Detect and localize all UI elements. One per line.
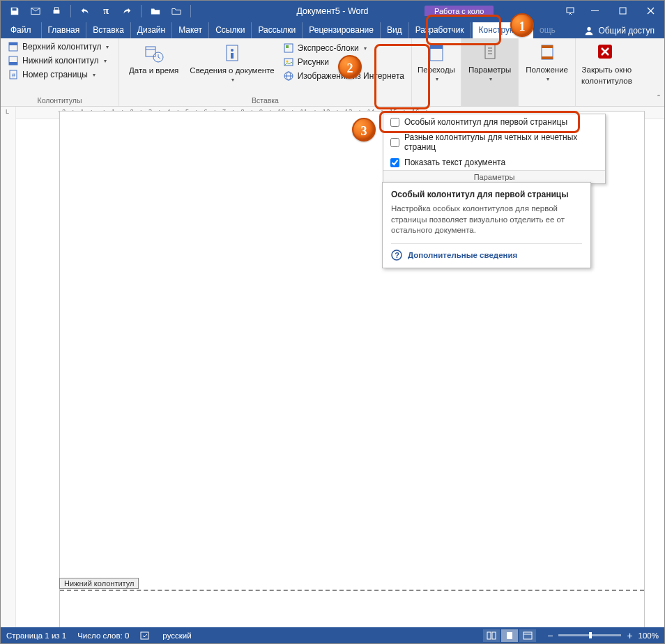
zoom-controls: − + 100%: [547, 630, 659, 641]
undo-icon[interactable]: [75, 3, 95, 20]
tooltip-more-link[interactable]: ? Дополнительные сведения: [391, 243, 582, 261]
pictures-icon: [283, 56, 294, 68]
checkbox-first-page[interactable]: [390, 118, 399, 127]
pagenum-icon: #: [8, 69, 19, 80]
tab-references[interactable]: Ссылки: [209, 22, 252, 38]
svg-rect-30: [542, 45, 553, 48]
checkbox-odd-even[interactable]: [390, 138, 399, 147]
redo-icon[interactable]: [117, 3, 137, 20]
parameters-button[interactable]: Параметры ▾: [461, 38, 518, 82]
view-read-icon[interactable]: [483, 629, 500, 642]
dropdown-icon: ▾: [93, 72, 95, 78]
zoom-out-button[interactable]: −: [547, 630, 553, 641]
svg-rect-1: [54, 10, 60, 13]
status-language[interactable]: русский: [162, 631, 191, 640]
share-button[interactable]: Общий доступ: [574, 23, 664, 38]
quickprint-icon[interactable]: [47, 3, 66, 20]
open-icon-1[interactable]: [146, 3, 165, 20]
view-print-icon[interactable]: [501, 629, 518, 642]
tab-view[interactable]: Вид: [381, 22, 409, 38]
close-hf-label2: колонтитулов: [581, 77, 632, 86]
footer-region[interactable]: Нижний колонтитул: [60, 590, 644, 591]
tooltip-more-label: Дополнительные сведения: [408, 251, 517, 259]
opt-odd-even[interactable]: Разные колонтитулы для четных и нечетных…: [383, 130, 605, 155]
tab-developer[interactable]: Разработчик: [409, 22, 471, 38]
close-icon[interactable]: [636, 1, 664, 21]
quickparts-button[interactable]: Экспресс-блоки▾: [280, 42, 407, 54]
dropdown-icon: ▾: [106, 44, 109, 50]
position-icon: [537, 43, 558, 63]
pi-icon[interactable]: π: [96, 3, 116, 20]
group-label: Вставка: [123, 95, 407, 106]
docinfo-icon: [222, 43, 243, 64]
zoom-in-button[interactable]: +: [627, 630, 632, 641]
dropdown-icon: ▾: [104, 58, 107, 64]
header-label: Верхний колонтитул: [22, 42, 101, 52]
tab-design[interactable]: Дизайн: [131, 22, 172, 38]
opt-show-doc-label: Показать текст документа: [404, 158, 505, 167]
svg-rect-5: [620, 8, 626, 14]
goto-label: Переходы: [418, 66, 455, 75]
ribbon: Верхний колонтитул▾ Нижний колонтитул▾ #…: [1, 38, 664, 107]
callout-3: 3: [352, 118, 376, 141]
zoom-slider[interactable]: [558, 634, 621, 636]
svg-rect-38: [507, 632, 512, 639]
datetime-button[interactable]: Дата и время: [123, 40, 184, 83]
status-spelling-icon[interactable]: [140, 631, 151, 641]
goto-icon: [426, 43, 447, 63]
svg-text:?: ?: [395, 251, 399, 259]
tab-file[interactable]: Файл: [1, 22, 42, 38]
tab-help-partial: ощь: [533, 22, 562, 38]
status-page[interactable]: Страница 1 из 1: [6, 631, 66, 640]
view-buttons: [483, 629, 536, 642]
dropdown-icon: ▾: [436, 77, 438, 83]
quickparts-icon: [283, 43, 294, 54]
svg-rect-10: [9, 62, 17, 65]
tab-review[interactable]: Рецензирование: [303, 22, 381, 38]
page-number-button[interactable]: #Номер страницы▾: [5, 68, 114, 81]
svg-rect-35: [141, 632, 148, 639]
footer-button[interactable]: Нижний колонтитул▾: [5, 54, 114, 67]
svg-rect-8: [9, 43, 17, 45]
ribbon-options-icon[interactable]: [560, 1, 581, 21]
open-icon-2[interactable]: [167, 3, 186, 20]
goto-button[interactable]: Переходы ▾: [412, 38, 461, 82]
group-close: Закрыть окно колонтитулов: [576, 38, 638, 106]
svg-rect-2: [54, 7, 58, 10]
callout-2: 2: [338, 55, 362, 79]
share-label: Общий доступ: [598, 26, 655, 36]
email-icon[interactable]: [26, 3, 45, 20]
contextual-tab-label: Работа с коло: [425, 1, 494, 21]
opt-first-page[interactable]: Особый колонтитул для первой страницы: [383, 114, 605, 130]
svg-rect-18: [231, 53, 234, 59]
svg-point-6: [588, 27, 591, 31]
group-position: Положение ▾: [519, 38, 576, 106]
checkbox-show-doc[interactable]: [390, 158, 399, 167]
zoom-thumb[interactable]: [589, 632, 592, 638]
save-icon[interactable]: [5, 3, 24, 20]
view-web-icon[interactable]: [519, 629, 536, 642]
tab-insert[interactable]: Вставка: [86, 22, 131, 38]
docinfo-button[interactable]: Сведения о документе▾: [184, 40, 280, 83]
position-button[interactable]: Положение ▾: [519, 38, 575, 82]
group-headers-footers: Верхний колонтитул▾ Нижний колонтитул▾ #…: [1, 38, 119, 106]
svg-text:#: #: [12, 72, 15, 79]
header-button[interactable]: Верхний колонтитул▾: [5, 40, 114, 53]
group-label: Колонтитулы: [5, 95, 114, 106]
svg-rect-27: [430, 45, 443, 49]
parameters-dropdown: Особый колонтитул для первой страницы Ра…: [383, 114, 606, 184]
svg-rect-4: [591, 10, 599, 11]
maximize-icon[interactable]: [609, 1, 636, 21]
datetime-icon: [144, 43, 165, 64]
tab-mailings[interactable]: Рассылки: [252, 22, 303, 38]
collapse-ribbon-icon[interactable]: ˆ: [657, 94, 660, 104]
close-hf-button[interactable]: Закрыть окно колонтитулов: [576, 38, 638, 85]
minimize-icon[interactable]: [581, 1, 609, 21]
group-parameters: Параметры ▾: [461, 38, 519, 106]
tab-layout[interactable]: Макет: [172, 22, 209, 38]
status-bar: Страница 1 из 1 Число слов: 0 русский − …: [1, 627, 664, 643]
zoom-value[interactable]: 100%: [639, 631, 659, 640]
tab-home[interactable]: Главная: [42, 22, 87, 38]
status-words[interactable]: Число слов: 0: [77, 631, 129, 640]
opt-show-doc[interactable]: Показать текст документа: [383, 155, 605, 170]
